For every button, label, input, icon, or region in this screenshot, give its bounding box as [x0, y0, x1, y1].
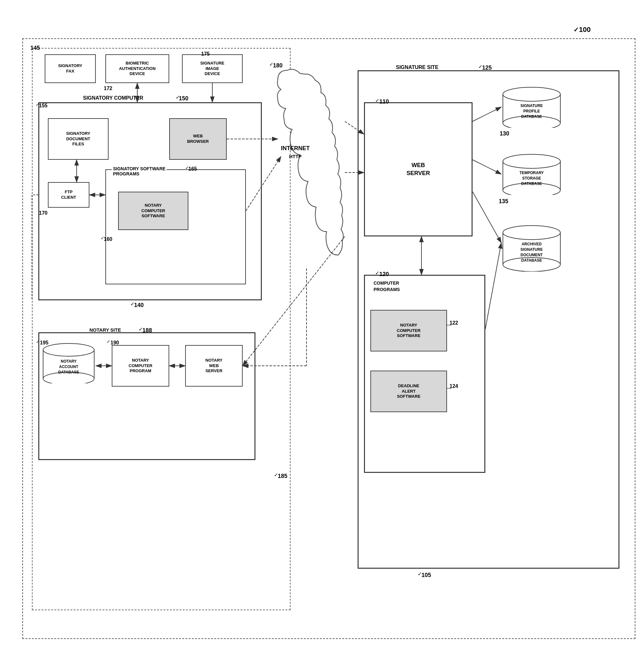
- svg-line-45: [485, 243, 501, 329]
- diagram-container: ✓100 145 SIGNATORYFAX BIOMETRICAUTHENTIC…: [13, 13, 629, 633]
- svg-line-36: [345, 121, 364, 134]
- svg-line-42: [473, 160, 501, 174]
- svg-line-35: [246, 156, 281, 211]
- svg-line-41: [473, 107, 501, 121]
- svg-line-43: [473, 192, 501, 243]
- arrows-overlay: [13, 13, 644, 646]
- svg-line-38: [243, 236, 345, 366]
